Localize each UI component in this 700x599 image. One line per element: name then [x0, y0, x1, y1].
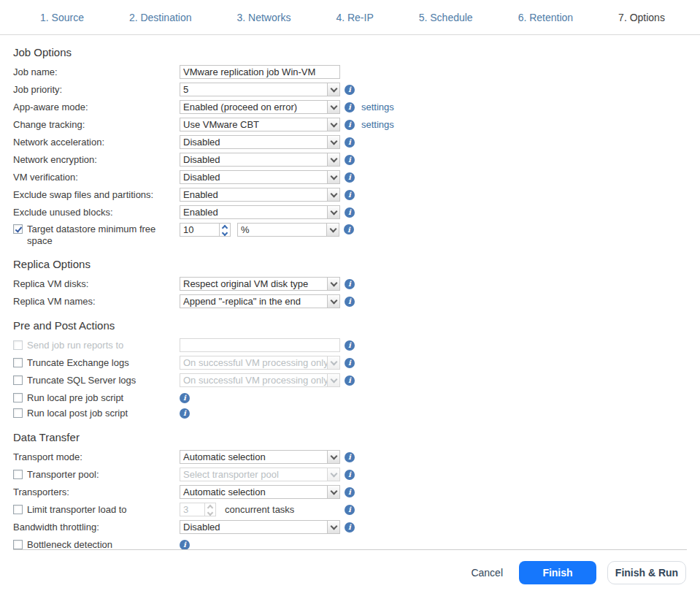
- info-icon[interactable]: [345, 487, 355, 497]
- transporters-select[interactable]: Automatic selection: [180, 485, 340, 499]
- replica-names-value: Append "-replica" in the end: [180, 295, 327, 308]
- info-icon[interactable]: [345, 279, 355, 289]
- target-datastore-spinner[interactable]: 10: [180, 223, 231, 237]
- chevron-down-icon[interactable]: [327, 171, 339, 183]
- info-icon[interactable]: [345, 190, 355, 200]
- change-tracking-label: Change tracking:: [13, 118, 180, 131]
- network-encryption-select[interactable]: Disabled: [180, 153, 340, 167]
- target-datastore-checkbox[interactable]: [13, 224, 23, 234]
- wizard-step-source[interactable]: 1. Source: [40, 12, 84, 23]
- bandwidth-select[interactable]: Disabled: [180, 520, 340, 534]
- wizard-step-networks[interactable]: 3. Networks: [236, 12, 291, 23]
- info-icon[interactable]: [345, 375, 355, 386]
- exclude-unused-label: Exclude unused blocks:: [13, 206, 180, 218]
- app-aware-settings-link[interactable]: settings: [361, 102, 394, 112]
- transporters-row: Transporters: Automatic selection: [13, 485, 700, 499]
- exclude-swap-select[interactable]: Enabled: [180, 188, 340, 202]
- info-icon[interactable]: [345, 102, 355, 112]
- info-icon[interactable]: [345, 470, 355, 480]
- transport-mode-select[interactable]: Automatic selection: [180, 450, 340, 464]
- pre-script-label: Run local pre job script: [27, 392, 123, 404]
- job-priority-select[interactable]: 5: [180, 83, 340, 96]
- change-tracking-settings-link[interactable]: settings: [361, 119, 394, 130]
- chevron-down-icon[interactable]: [327, 486, 339, 498]
- exclude-unused-select[interactable]: Enabled: [180, 205, 340, 219]
- transport-mode-row: Transport mode: Automatic selection: [13, 450, 700, 464]
- info-icon[interactable]: [345, 522, 355, 533]
- chevron-down-icon[interactable]: [327, 521, 339, 533]
- chevron-down-icon[interactable]: [327, 295, 339, 308]
- vm-verification-select[interactable]: Disabled: [180, 170, 340, 184]
- chevron-down-icon[interactable]: [327, 101, 339, 113]
- wizard-step-retention[interactable]: 6. Retention: [518, 12, 574, 23]
- limit-load-checkbox[interactable]: [13, 505, 23, 514]
- chevron-down-icon[interactable]: [327, 83, 339, 96]
- info-icon[interactable]: [345, 358, 355, 368]
- info-icon[interactable]: [345, 452, 355, 462]
- job-priority-label: Job priority:: [13, 83, 180, 96]
- app-aware-select[interactable]: Enabled (proceed on error): [180, 100, 340, 114]
- chevron-down-icon[interactable]: [327, 451, 339, 463]
- wizard-step-nav: 1. Source 2. Destination 3. Networks 4. …: [0, 0, 700, 35]
- info-icon[interactable]: [344, 224, 354, 234]
- info-icon[interactable]: [345, 297, 355, 307]
- truncate-sql-checkbox[interactable]: [13, 375, 23, 385]
- transporter-pool-row: Transporter pool: Select transporter poo…: [13, 468, 700, 481]
- truncate-sql-row: Truncate SQL Server logs On successful V…: [13, 373, 700, 387]
- finish-button[interactable]: Finish: [519, 561, 596, 584]
- chevron-down-icon[interactable]: [327, 206, 339, 218]
- chevron-down-icon: [327, 356, 339, 369]
- chevron-down-icon[interactable]: [327, 118, 339, 131]
- chevron-down-icon: [327, 468, 339, 481]
- info-icon[interactable]: [345, 505, 355, 515]
- network-encryption-value: Disabled: [180, 153, 327, 166]
- wizard-step-schedule[interactable]: 5. Schedule: [419, 12, 473, 23]
- info-icon[interactable]: [345, 155, 355, 165]
- truncate-exchange-checkbox[interactable]: [13, 358, 23, 367]
- info-icon[interactable]: [180, 393, 190, 403]
- transporters-label: Transporters:: [13, 486, 180, 498]
- app-aware-row: App-aware mode: Enabled (proceed on erro…: [13, 100, 700, 114]
- transporter-pool-label: Transporter pool:: [27, 469, 99, 481]
- cancel-button[interactable]: Cancel: [471, 567, 503, 579]
- wizard-step-options[interactable]: 7. Options: [618, 12, 665, 23]
- transporter-pool-value: Select transporter pool: [180, 468, 327, 481]
- pre-script-checkbox[interactable]: [13, 393, 23, 402]
- info-icon[interactable]: [180, 540, 190, 550]
- spinner-up-icon[interactable]: [220, 224, 230, 230]
- info-icon[interactable]: [345, 137, 355, 148]
- info-icon[interactable]: [345, 85, 355, 95]
- info-icon[interactable]: [345, 207, 355, 218]
- job-name-input[interactable]: [180, 65, 340, 79]
- target-datastore-unit-select[interactable]: %: [237, 223, 339, 237]
- job-priority-value: 5: [180, 83, 327, 96]
- network-acceleration-select[interactable]: Disabled: [180, 135, 340, 149]
- wizard-step-reip[interactable]: 4. Re-IP: [336, 12, 373, 23]
- post-script-checkbox[interactable]: [13, 408, 23, 418]
- change-tracking-select[interactable]: Use VMware CBT: [180, 118, 340, 131]
- chevron-down-icon[interactable]: [327, 188, 339, 201]
- chevron-down-icon[interactable]: [326, 224, 339, 236]
- chevron-down-icon[interactable]: [327, 136, 339, 148]
- info-icon[interactable]: [345, 120, 355, 130]
- info-icon[interactable]: [345, 172, 355, 183]
- wizard-step-destination[interactable]: 2. Destination: [129, 12, 192, 23]
- chevron-down-icon: [327, 374, 339, 386]
- chevron-down-icon[interactable]: [327, 278, 339, 290]
- spinner-down-icon: [205, 510, 215, 516]
- job-name-row: Job name:: [13, 65, 700, 79]
- app-aware-value: Enabled (proceed on error): [180, 101, 327, 113]
- chevron-down-icon[interactable]: [327, 153, 339, 166]
- data-transfer-heading: Data Transfer: [13, 431, 700, 443]
- bottleneck-checkbox[interactable]: [13, 540, 23, 549]
- exclude-unused-row: Exclude unused blocks: Enabled: [13, 205, 700, 219]
- replica-disks-select[interactable]: Respect original VM disk type: [180, 277, 340, 291]
- replica-names-select[interactable]: Append "-replica" in the end: [180, 294, 340, 308]
- send-reports-checkbox[interactable]: [13, 340, 23, 350]
- transporter-pool-checkbox[interactable]: [13, 470, 23, 479]
- info-icon[interactable]: [345, 340, 355, 351]
- change-tracking-value: Use VMware CBT: [180, 118, 327, 131]
- finish-and-run-button[interactable]: Finish & Run: [607, 561, 686, 584]
- spinner-down-icon[interactable]: [220, 230, 230, 237]
- info-icon[interactable]: [180, 408, 190, 419]
